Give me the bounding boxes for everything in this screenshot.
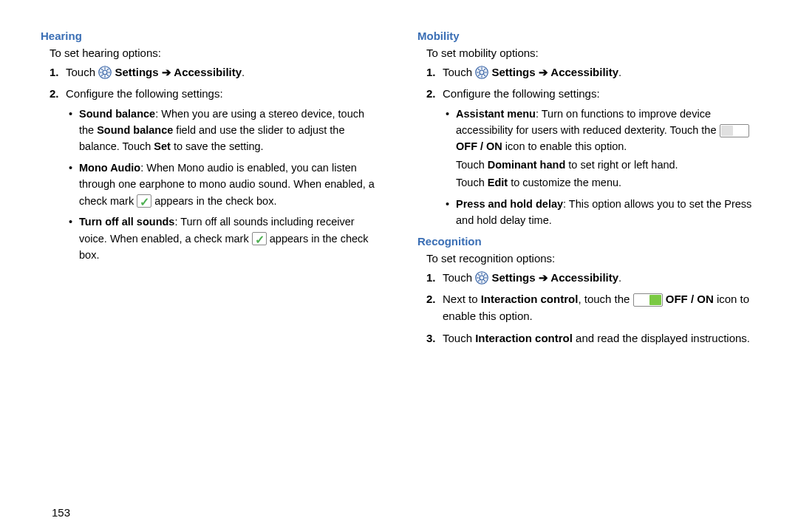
text: Next to [443, 293, 481, 305]
settings-gear-icon [475, 271, 488, 284]
bullet-turn-off-sounds: Turn off all sounds: Turn off all sounds… [79, 214, 381, 263]
off-on-label: OFF / ON [663, 293, 714, 305]
text: . [242, 66, 245, 78]
left-column: Hearing To set hearing options: Touch Se… [41, 30, 381, 466]
arrow-icon: ➔ [536, 66, 551, 78]
text: and read the displayed instructions. [573, 332, 750, 344]
text: Configure the following settings: [66, 87, 223, 100]
label: Interaction control [481, 293, 579, 305]
subline-dominant-hand: Touch Dominant hand to set right or left… [456, 157, 757, 173]
mobility-header: Mobility [417, 30, 757, 42]
bullet-assistant-menu: Assistant menu: Turn on functions to imp… [456, 106, 757, 191]
page-number: 153 [52, 506, 70, 519]
label: Press and hold delay [456, 198, 563, 210]
toggle-on-icon [633, 293, 663, 307]
mobility-step-1: Touch Settings ➔ Accessibility. [443, 64, 757, 81]
mobility-intro: To set mobility options: [426, 47, 757, 59]
label: Assistant menu [456, 108, 536, 120]
hearing-steps: Touch Settings ➔ Accessibility. Configur… [50, 64, 381, 264]
recognition-step-2: Next to Interaction control, touch the O… [443, 290, 757, 325]
bullet-sound-balance: Sound balance: When you are using a ster… [79, 106, 381, 155]
settings-gear-icon [475, 66, 488, 79]
accessibility-label: Accessibility [174, 66, 242, 78]
hearing-step-1: Touch Settings ➔ Accessibility. [66, 64, 381, 81]
recognition-step-3: Touch Interaction control and read the d… [443, 330, 757, 347]
hearing-bullets: Sound balance: When you are using a ster… [66, 106, 381, 264]
label: Edit [488, 177, 508, 188]
label: Set [154, 140, 171, 152]
hearing-header: Hearing [41, 30, 381, 42]
label: Turn off all sounds [79, 216, 174, 228]
toggle-off-icon [720, 124, 749, 137]
hearing-intro: To set hearing options: [50, 47, 381, 59]
checkmark-icon [137, 194, 151, 208]
text: . [618, 271, 621, 284]
recognition-steps: Touch Settings ➔ Accessibility. Next to … [426, 269, 757, 347]
arrow-icon: ➔ [536, 271, 551, 284]
mobility-bullets: Assistant menu: Turn on functions to imp… [443, 106, 757, 229]
recognition-header: Recognition [417, 235, 757, 248]
subline-edit: Touch Edit to customize the menu. [456, 174, 757, 191]
label: Sound balance [79, 108, 155, 120]
label: Dominant hand [488, 159, 566, 171]
text: Touch [443, 332, 475, 344]
text: to customize the menu. [508, 177, 621, 188]
text: Touch [66, 66, 98, 78]
text: to set right or left hand. [565, 159, 678, 171]
text: Touch [456, 177, 488, 188]
hearing-step-2: Configure the following settings: Sound … [66, 85, 381, 263]
bullet-press-hold-delay: Press and hold delay: This option allows… [456, 196, 757, 229]
off-on-label: OFF / ON [456, 140, 502, 152]
settings-label: Settings [491, 66, 535, 78]
bullet-mono-audio: Mono Audio: When Mono audio is enabled, … [79, 160, 381, 209]
text: appears in the check box. [151, 195, 276, 207]
right-column: Mobility To set mobility options: Touch … [417, 30, 757, 466]
text: , touch the [578, 293, 632, 305]
settings-label: Settings [115, 66, 158, 78]
arrow-icon: ➔ [159, 66, 174, 78]
text: Configure the following settings: [443, 87, 600, 100]
text: icon to enable this option. [502, 140, 627, 152]
text: Touch [456, 159, 488, 171]
mobility-step-2: Configure the following settings: Assist… [443, 85, 757, 229]
recognition-step-1: Touch Settings ➔ Accessibility. [443, 269, 757, 286]
checkmark-icon [252, 232, 267, 245]
mobility-steps: Touch Settings ➔ Accessibility. Configur… [426, 64, 757, 229]
label: Interaction control [475, 332, 573, 344]
text: . [618, 66, 621, 78]
label: Sound balance [97, 124, 173, 136]
recognition-intro: To set recognition options: [426, 252, 757, 265]
accessibility-label: Accessibility [550, 66, 618, 78]
accessibility-label: Accessibility [550, 271, 618, 284]
settings-gear-icon [98, 66, 112, 79]
text: to save the setting. [171, 140, 264, 152]
label: Mono Audio [79, 162, 140, 174]
text: Touch [443, 66, 475, 78]
settings-label: Settings [491, 271, 535, 284]
text: Touch [443, 271, 475, 284]
